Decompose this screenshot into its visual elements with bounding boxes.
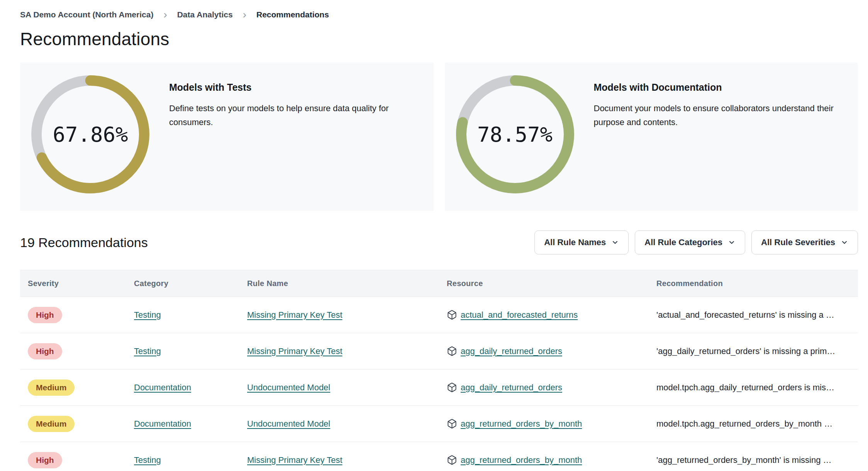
resource-link[interactable]: agg_returned_orders_by_month <box>461 455 582 465</box>
resource-link[interactable]: agg_daily_returned_orders <box>461 346 562 356</box>
cube-icon <box>447 418 457 429</box>
chevron-down-icon <box>728 239 736 246</box>
models-with-docs-card: 78.57% Models with Documentation Documen… <box>445 63 858 211</box>
cube-icon <box>447 346 457 356</box>
recommendation-text: model.tpch.agg_daily_returned_orders is … <box>656 383 858 393</box>
filter-bar: All Rule Names All Rule Categories All R… <box>534 230 858 254</box>
rule-name-link[interactable]: Missing Primary Key Test <box>247 310 342 320</box>
column-header-severity: Severity <box>28 279 134 288</box>
rule-name-link[interactable]: Missing Primary Key Test <box>247 455 342 465</box>
category-link[interactable]: Documentation <box>134 419 191 429</box>
breadcrumb-item-account[interactable]: SA Demo Account (North America) <box>20 10 153 19</box>
docs-percent-value: 78.57% <box>455 75 575 194</box>
column-header-rule-name: Rule Name <box>247 279 447 288</box>
rule-name-link[interactable]: Missing Primary Key Test <box>247 346 342 356</box>
docs-card-title: Models with Documentation <box>594 82 841 93</box>
chevron-down-icon <box>611 239 619 246</box>
table-row: Medium Documentation Undocumented Model … <box>20 406 858 442</box>
column-header-recommendation: Recommendation <box>656 279 858 288</box>
rule-categories-filter-label: All Rule Categories <box>644 237 722 247</box>
chevron-down-icon <box>841 239 848 246</box>
severity-badge: High <box>28 307 62 323</box>
breadcrumb-separator-icon: › <box>161 9 169 20</box>
table-row: Medium Documentation Undocumented Model … <box>20 369 858 406</box>
cube-icon <box>447 310 457 320</box>
rule-name-link[interactable]: Undocumented Model <box>247 383 330 392</box>
page-title: Recommendations <box>20 29 858 49</box>
rule-name-link[interactable]: Undocumented Model <box>247 419 330 429</box>
column-header-category: Category <box>134 279 247 288</box>
table-row: High Testing Missing Primary Key Test ac… <box>20 297 858 333</box>
breadcrumb-separator-icon: › <box>241 9 249 20</box>
resource-link[interactable]: agg_returned_orders_by_month <box>461 419 582 429</box>
tests-percent-value: 67.86% <box>31 75 150 194</box>
table-row: High Testing Missing Primary Key Test ag… <box>20 442 858 471</box>
resource-link[interactable]: actual_and_forecasted_returns <box>461 310 578 320</box>
recommendations-list-header: 19 Recommendations All Rule Names All Ru… <box>20 230 858 254</box>
recommendations-count: 19 Recommendations <box>20 235 148 250</box>
recommendations-table: Severity Category Rule Name Resource Rec… <box>20 270 858 471</box>
rule-severities-filter-label: All Rule Severities <box>761 237 835 247</box>
category-link[interactable]: Testing <box>134 455 161 465</box>
score-cards: 67.86% Models with Tests Define tests on… <box>20 63 858 211</box>
severity-badge: Medium <box>28 416 75 432</box>
table-row: High Testing Missing Primary Key Test ag… <box>20 333 858 369</box>
breadcrumb-item-current: Recommendations <box>256 10 329 19</box>
rule-names-filter-dropdown[interactable]: All Rule Names <box>534 230 629 254</box>
tests-card-description: Define tests on your models to help ensu… <box>169 102 416 129</box>
severity-badge: High <box>28 452 62 468</box>
resource-link[interactable]: agg_daily_returned_orders <box>461 383 562 393</box>
recommendation-text: 'agg_returned_orders_by_month' is missin… <box>656 455 858 465</box>
docs-card-description: Document your models to ensure collabora… <box>594 102 841 129</box>
recommendation-text: model.tpch.agg_returned_orders_by_month … <box>656 419 858 429</box>
breadcrumb-item-environment[interactable]: Data Analytics <box>177 10 233 19</box>
column-header-resource: Resource <box>447 279 656 288</box>
category-link[interactable]: Testing <box>134 346 161 356</box>
tests-card-title: Models with Tests <box>169 82 416 93</box>
category-link[interactable]: Documentation <box>134 383 191 392</box>
cube-icon <box>447 382 457 393</box>
cube-icon <box>447 455 457 465</box>
severity-badge: High <box>28 343 62 359</box>
breadcrumb: SA Demo Account (North America) › Data A… <box>20 9 858 20</box>
rule-names-filter-label: All Rule Names <box>544 237 606 247</box>
docs-donut-chart: 78.57% <box>455 75 575 194</box>
category-link[interactable]: Testing <box>134 310 161 320</box>
severity-badge: Medium <box>28 380 75 396</box>
rule-categories-filter-dropdown[interactable]: All Rule Categories <box>635 230 745 254</box>
table-header-row: Severity Category Rule Name Resource Rec… <box>20 270 858 297</box>
recommendation-text: 'actual_and_forecasted_returns' is missi… <box>656 310 858 320</box>
tests-donut-chart: 67.86% <box>31 75 150 194</box>
recommendation-text: 'agg_daily_returned_orders' is missing a… <box>656 346 858 356</box>
models-with-tests-card: 67.86% Models with Tests Define tests on… <box>20 63 434 211</box>
rule-severities-filter-dropdown[interactable]: All Rule Severities <box>751 230 858 254</box>
